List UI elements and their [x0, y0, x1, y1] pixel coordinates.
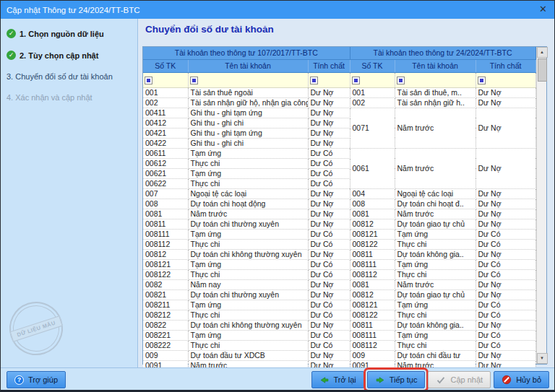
table-cell[interactable]: 00412 — [143, 118, 188, 128]
scrollbar-thumb[interactable] — [538, 58, 547, 82]
table-cell[interactable]: Thực chi — [188, 310, 308, 320]
table-cell[interactable]: Dự toán chi không thường xuyên — [188, 320, 308, 330]
sidebar-step-1[interactable]: ✓ 1. Chọn nguồn dữ liệu — [7, 29, 130, 38]
table-cell[interactable]: Dự toán chi thường xuyên — [188, 219, 308, 229]
table-cell[interactable]: 008111 — [350, 259, 395, 269]
table-cell[interactable]: Tạm ứng — [188, 330, 308, 340]
table-cell[interactable]: Tài sản thuê ngoài — [188, 87, 308, 97]
filter-cell[interactable] — [395, 72, 476, 87]
table-cell[interactable]: Dư Nợ — [476, 289, 535, 300]
table-row[interactable]: 00811Dự toán chi thường xuyênDư Nợ00812D… — [143, 219, 535, 229]
table-cell[interactable]: 008222 — [143, 340, 188, 350]
table-cell[interactable]: Dự toán giao tự chủ — [395, 289, 476, 300]
update-button[interactable]: Cập nhật — [428, 371, 491, 388]
table-cell[interactable]: Dư Nợ — [476, 279, 535, 289]
table-cell[interactable]: Dư Có — [476, 259, 535, 269]
table-row[interactable]: 00821Dự toán chi thường xuyênDư Nợ00812D… — [143, 289, 535, 300]
table-cell[interactable]: Dư Có — [308, 229, 350, 239]
table-cell[interactable]: 001 — [143, 87, 188, 97]
table-cell[interactable]: Ghi thu - ghi tạm ứng — [188, 128, 308, 138]
table-cell[interactable]: Dư Có — [308, 148, 350, 158]
table-cell[interactable]: 009 — [143, 350, 188, 360]
col-header-tinhchat-new[interactable]: Tính chất — [476, 59, 535, 72]
filter-icon[interactable] — [310, 77, 318, 84]
table-cell[interactable]: Dư Nợ — [476, 199, 535, 209]
sidebar-step-4[interactable]: 4. Xác nhận và cập nhật — [7, 93, 130, 102]
table-cell[interactable]: Dự toán chi không thường xuyên — [188, 249, 308, 259]
table-cell[interactable]: Tạm ứng — [395, 330, 476, 340]
table-cell[interactable]: Dư Có — [476, 310, 535, 320]
table-cell[interactable]: Tài sản nhận giữ h.. — [395, 97, 476, 108]
continue-button[interactable]: Tiếp tục — [367, 371, 426, 388]
table-cell[interactable]: Tạm ứng — [188, 229, 308, 239]
table-cell[interactable]: Dư Nợ — [308, 97, 350, 108]
table-cell[interactable]: Dư Nợ — [476, 219, 535, 229]
table-cell[interactable]: 008121 — [350, 229, 395, 239]
table-row[interactable]: 008111Tạm ứngDư Có008121Tạm ứngDư Có — [143, 229, 535, 239]
table-cell[interactable]: 0081 — [350, 279, 395, 289]
table-cell[interactable]: 008122 — [350, 310, 395, 320]
table-cell[interactable]: Dư Có — [308, 300, 350, 310]
table-cell[interactable]: 00422 — [143, 138, 188, 148]
table-cell[interactable]: Dư Có — [308, 310, 350, 320]
table-cell[interactable]: 00812 — [350, 289, 395, 300]
table-cell[interactable]: Dự toán chi đầu tư — [395, 350, 476, 360]
table-cell[interactable]: 00621 — [143, 168, 188, 178]
table-cell[interactable]: 008121 — [143, 259, 188, 269]
table-cell[interactable]: Năm trước — [395, 148, 476, 188]
filter-cell[interactable] — [308, 72, 350, 87]
table-cell[interactable]: Tạm ứng — [395, 259, 476, 269]
scroll-down-icon[interactable]: ▼ — [537, 353, 548, 364]
table-cell[interactable]: 001 — [350, 87, 395, 97]
table-cell[interactable]: 007 — [143, 188, 188, 199]
table-cell[interactable]: 008111 — [143, 229, 188, 239]
close-icon[interactable]: ✕ — [539, 4, 547, 14]
table-cell[interactable]: 00622 — [143, 178, 188, 188]
table-cell[interactable]: 008122 — [350, 239, 395, 249]
cancel-button[interactable]: Hủy bỏ — [494, 371, 549, 388]
table-cell[interactable]: 008 — [350, 199, 395, 209]
table-cell[interactable]: Ngoại tệ các loại — [188, 188, 308, 199]
table-cell[interactable]: Dư Có — [308, 259, 350, 269]
table-cell[interactable]: 00812 — [350, 219, 395, 229]
table-cell[interactable]: Tạm ứng — [188, 259, 308, 269]
table-cell[interactable]: Dự toán đầu tư XDCB — [188, 350, 308, 360]
table-row[interactable]: 0082Năm nayDư Nợ0081Năm trướcDư Nợ — [143, 279, 535, 289]
table-cell[interactable]: Thực chi — [395, 340, 476, 350]
table-cell[interactable]: 008112 — [350, 340, 395, 350]
table-cell[interactable]: Dư Có — [476, 340, 535, 350]
table-cell[interactable]: 00411 — [143, 108, 188, 118]
table-cell[interactable]: Thực chi — [188, 340, 308, 350]
table-cell[interactable]: Tài sản nhận giữ hộ, nhận gia công — [188, 97, 308, 108]
table-cell[interactable]: Ghi thu - ghi chi — [188, 118, 308, 128]
table-cell[interactable]: Dự toán chi thường xuyên — [188, 289, 308, 300]
table-cell[interactable]: Dự toán chi hoạt động — [188, 199, 308, 209]
table-cell[interactable]: 0081 — [350, 209, 395, 219]
table-cell[interactable]: Dư Nợ — [476, 148, 535, 188]
table-cell[interactable]: Tạm ứng — [395, 300, 476, 310]
table-row[interactable]: 008212Thực chiDư Có008122Thực chiDư Có — [143, 310, 535, 320]
table-cell[interactable]: Ghi thu - ghi chi — [188, 138, 308, 148]
table-cell[interactable]: Thực chi — [188, 178, 308, 188]
sidebar-step-2[interactable]: ✓ 2. Tùy chọn cập nhật — [7, 51, 130, 60]
table-cell[interactable]: Thực chi — [188, 158, 308, 168]
filter-cell[interactable] — [143, 72, 188, 87]
filter-icon[interactable] — [352, 77, 360, 84]
col-header-tinhchat-old[interactable]: Tính chất — [308, 59, 350, 72]
table-cell[interactable]: Dư Nợ — [308, 249, 350, 259]
table-cell[interactable]: 008111 — [350, 330, 395, 340]
table-cell[interactable]: Dư Có — [476, 300, 535, 310]
table-cell[interactable]: 008221 — [143, 330, 188, 340]
table-row[interactable]: 00611Tạm ứngDư Có0061Năm trướcDư Nợ — [143, 148, 535, 158]
table-cell[interactable]: 00811 — [143, 219, 188, 229]
table-cell[interactable]: Năm trước — [188, 209, 308, 219]
table-cell[interactable]: Ngoại tệ các loại — [395, 188, 476, 199]
table-cell[interactable]: Dư Nợ — [308, 320, 350, 330]
table-cell[interactable]: 008112 — [143, 239, 188, 249]
table-cell[interactable]: Dự toán không gia.. — [395, 320, 476, 330]
table-cell[interactable]: Dư Nợ — [308, 199, 350, 209]
table-cell[interactable]: Dư Nợ — [308, 219, 350, 229]
table-cell[interactable]: Tạm ứng — [188, 168, 308, 178]
table-cell[interactable]: 00612 — [143, 158, 188, 168]
table-cell[interactable]: 008 — [143, 199, 188, 209]
